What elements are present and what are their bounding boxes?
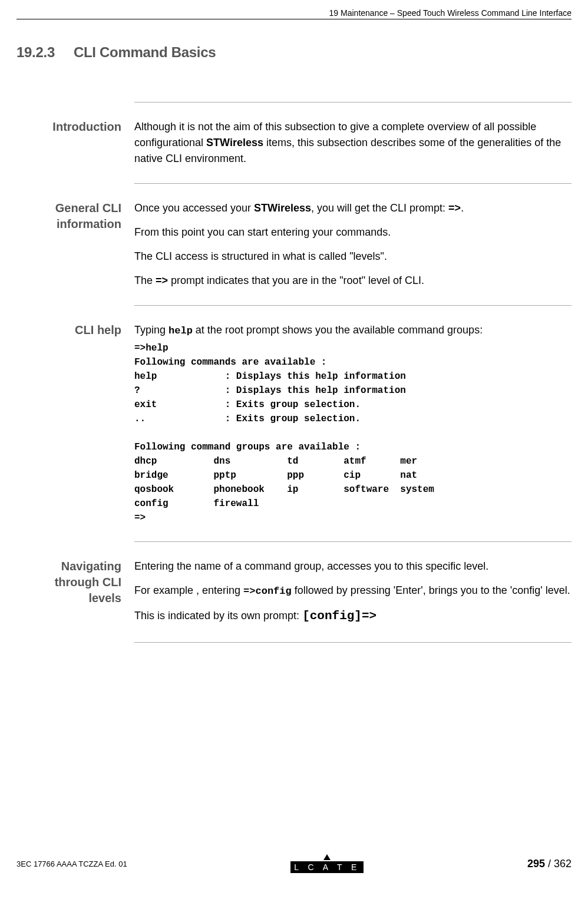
- general-p2: From this point you can start entering y…: [134, 224, 572, 240]
- text: prompt indicates that you are in the "ro…: [168, 275, 424, 286]
- block-navigating: Navigating through CLI levels Entering t…: [16, 542, 572, 642]
- command-text: =>config: [243, 586, 292, 597]
- side-label-general-2: information: [16, 216, 121, 232]
- command-text: help: [169, 325, 193, 336]
- product-name: STWireless: [206, 137, 263, 148]
- general-p4: The => prompt indicates that you are in …: [134, 273, 572, 289]
- side-label-nav-1: Navigating through CLI: [16, 558, 121, 590]
- svg-text:A L C A T E L: A L C A T E L: [280, 862, 374, 872]
- divider: [134, 642, 572, 643]
- prompt-text: =>: [156, 275, 168, 286]
- general-p3: The CLI access is structured in what is …: [134, 249, 572, 265]
- nav-p1: Entering the name of a command group, ac…: [134, 558, 572, 574]
- text: Typing: [134, 324, 169, 336]
- side-label-nav-2: levels: [16, 590, 121, 606]
- nav-p2: For example , entering =>config followed…: [134, 583, 572, 599]
- text: For example , entering: [134, 584, 243, 596]
- side-label-general-1: General CLI: [16, 200, 121, 216]
- page-total: 362: [554, 858, 572, 870]
- section-title-text: CLI Command Basics: [74, 44, 216, 60]
- chapter-header: 19 Maintenance – Speed Touch Wireless Co…: [16, 8, 572, 19]
- prompt-text: =>: [448, 202, 461, 214]
- nav-p3: This is indicated by its own prompt: [co…: [134, 607, 572, 626]
- alcatel-logo: A L C A T E L: [280, 854, 374, 873]
- svg-marker-0: [323, 854, 331, 860]
- text: This is indicated by its own prompt:: [134, 610, 302, 622]
- text: followed by pressing 'Enter', brings you…: [292, 584, 570, 596]
- page-number: 295 / 362: [527, 858, 572, 870]
- footer: 3EC 17766 AAAA TCZZA Ed. 01 A L C A T E …: [16, 854, 572, 873]
- section-title: 19.2.3CLI Command Basics: [16, 44, 572, 61]
- side-label-introduction: Introduction: [16, 119, 121, 135]
- text: at the root prompt shows you the availab…: [193, 324, 483, 336]
- block-general-cli: General CLI information Once you accesse…: [16, 184, 572, 305]
- text: , you will get the CLI prompt:: [311, 202, 448, 214]
- block-cli-help: CLI help Typing help at the root prompt …: [16, 306, 572, 541]
- section-number: 19.2.3: [16, 44, 55, 60]
- side-label-cli-help: CLI help: [16, 322, 121, 338]
- help-intro: Typing help at the root prompt shows you…: [134, 322, 572, 339]
- page-current: 295: [527, 858, 545, 870]
- cli-output: =>help Following commands are available …: [134, 341, 572, 525]
- text: .: [461, 202, 464, 214]
- general-p1: Once you accessed your STWireless, you w…: [134, 200, 572, 216]
- text: The: [134, 275, 156, 286]
- text: Once you accessed your: [134, 202, 254, 214]
- product-name: STWireless: [254, 202, 311, 214]
- block-introduction: Introduction Although it is not the aim …: [16, 103, 572, 183]
- intro-paragraph: Although it is not the aim of this subse…: [134, 119, 572, 167]
- page-sep: /: [545, 858, 554, 870]
- doc-reference: 3EC 17766 AAAA TCZZA Ed. 01: [16, 860, 127, 868]
- prompt-text: [config]=>: [302, 609, 376, 623]
